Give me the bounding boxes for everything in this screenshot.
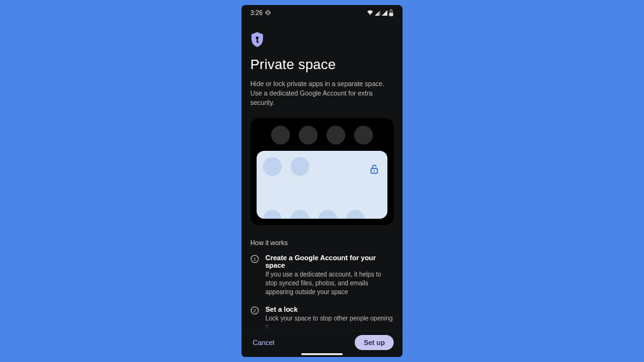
- how-it-works-heading: How it works: [250, 239, 394, 246]
- page-title: Private space: [250, 57, 394, 73]
- unlock-icon: [367, 162, 381, 176]
- phone-frame: 3:26: [242, 5, 402, 357]
- app-placeholder-icon: [299, 126, 318, 145]
- step-number-icon: 1: [250, 255, 259, 297]
- svg-rect-3: [389, 13, 393, 16]
- svg-rect-1: [391, 9, 392, 10]
- battery-icon: [389, 9, 394, 16]
- private-app-placeholder-icon: [346, 210, 365, 219]
- svg-point-8: [374, 170, 375, 171]
- signal-sim1-icon: [375, 10, 380, 16]
- step-title: Create a Google Account for your space: [265, 254, 394, 269]
- app-placeholder-icon: [271, 126, 290, 145]
- status-right: [367, 9, 394, 16]
- private-app-placeholder-icon: [318, 210, 337, 219]
- wifi-icon: [367, 9, 374, 16]
- page-subtitle: Hide or lock private apps in a separate …: [250, 79, 394, 108]
- content-area: Private space Hide or lock private apps …: [242, 18, 402, 332]
- step-item: 1 Create a Google Account for your space…: [250, 254, 394, 297]
- vibrate-icon: [265, 9, 271, 16]
- private-app-placeholder-icon: [291, 210, 309, 219]
- status-time: 3:26: [250, 9, 262, 16]
- illustration: [250, 118, 394, 225]
- step-item: 2 Set a lock Lock your space to stop oth…: [250, 305, 394, 332]
- navigation-handle[interactable]: [301, 353, 343, 355]
- private-app-placeholder-icon: [291, 157, 309, 176]
- app-placeholder-icon: [354, 126, 373, 145]
- step-body: Lock your space to stop other people ope…: [265, 314, 394, 332]
- shield-key-icon: [250, 31, 264, 48]
- app-placeholder-icon: [326, 126, 345, 145]
- private-space-panel: [257, 151, 387, 219]
- step-number-text: 1: [253, 256, 256, 261]
- status-bar: 3:26: [242, 5, 402, 18]
- private-app-placeholder-icon: [263, 157, 282, 176]
- step-number-text: 2: [253, 308, 256, 312]
- step-title: Set a lock: [265, 305, 394, 313]
- home-app-row: [257, 124, 387, 145]
- setup-button[interactable]: Set up: [355, 335, 394, 350]
- step-body: If you use a dedicated account, it helps…: [265, 270, 394, 297]
- cancel-button[interactable]: Cancel: [250, 335, 277, 350]
- svg-rect-6: [257, 41, 259, 43]
- svg-rect-0: [267, 11, 269, 15]
- status-left: 3:26: [250, 9, 271, 16]
- step-number-icon: 2: [250, 306, 259, 332]
- private-app-placeholder-icon: [263, 210, 282, 219]
- signal-sim2-icon: [382, 10, 387, 16]
